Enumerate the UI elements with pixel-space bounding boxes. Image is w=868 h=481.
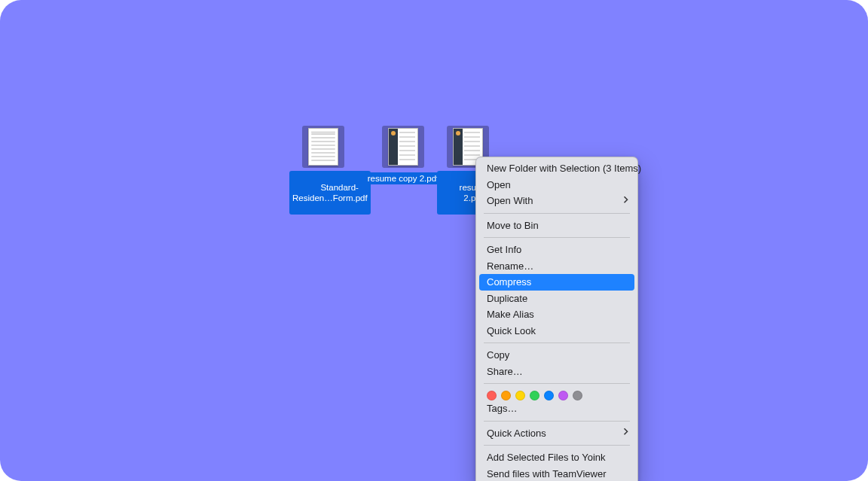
menu-item-new-folder-selection[interactable]: New Folder with Selection (3 Items) xyxy=(476,160,637,177)
context-menu: New Folder with Selection (3 Items) Open… xyxy=(475,157,638,481)
file-thumbnail xyxy=(382,126,424,168)
menu-item-open-with[interactable]: Open With xyxy=(476,193,637,209)
menu-item-label: Quick Actions xyxy=(487,428,546,439)
menu-item-send-teamviewer[interactable]: Send files with TeamViewer xyxy=(476,466,637,482)
menu-item-compress[interactable]: Compress xyxy=(479,274,634,291)
menu-item-quick-look[interactable]: Quick Look xyxy=(476,323,637,339)
menu-item-move-to-bin[interactable]: Move to Bin xyxy=(476,218,637,234)
menu-separator xyxy=(484,342,630,343)
menu-item-label: Open With xyxy=(487,195,533,206)
tag-color-row xyxy=(476,388,637,400)
chevron-right-icon xyxy=(623,194,628,208)
menu-item-tags[interactable]: Tags… xyxy=(476,400,637,417)
menu-separator xyxy=(484,237,630,238)
menu-item-rename[interactable]: Rename… xyxy=(476,258,637,275)
file-label: resume copy 2.pdf xyxy=(365,172,442,184)
desktop-file[interactable]: resume copy 2.pdf xyxy=(362,126,445,184)
file-thumbnail xyxy=(302,126,344,168)
menu-separator xyxy=(484,383,630,384)
menu-item-copy[interactable]: Copy xyxy=(476,347,637,364)
tag-color-red[interactable] xyxy=(487,391,497,400)
menu-item-open[interactable]: Open xyxy=(476,177,637,193)
menu-item-get-info[interactable]: Get Info xyxy=(476,242,637,258)
tag-color-orange[interactable] xyxy=(501,391,511,400)
menu-item-add-to-yoink[interactable]: Add Selected Files to Yoink xyxy=(476,449,637,466)
desktop[interactable]: Standard-Residen…Form.pdf resume copy 2.… xyxy=(0,0,868,481)
tag-color-gray[interactable] xyxy=(573,391,582,400)
chevron-right-icon xyxy=(623,427,628,440)
tag-color-green[interactable] xyxy=(530,391,539,400)
desktop-file[interactable]: Standard-Residen…Form.pdf xyxy=(289,126,357,215)
menu-item-duplicate[interactable]: Duplicate xyxy=(476,291,637,307)
tag-color-blue[interactable] xyxy=(544,391,554,400)
menu-item-make-alias[interactable]: Make Alias xyxy=(476,306,637,323)
tag-color-yellow[interactable] xyxy=(515,391,525,400)
menu-separator xyxy=(484,421,630,422)
menu-item-share[interactable]: Share… xyxy=(476,364,637,380)
menu-separator xyxy=(484,213,630,214)
tag-color-purple[interactable] xyxy=(558,391,568,400)
menu-separator xyxy=(484,445,630,446)
menu-item-quick-actions[interactable]: Quick Actions xyxy=(476,425,637,442)
file-label: Standard-Residen…Form.pdf xyxy=(289,171,371,215)
